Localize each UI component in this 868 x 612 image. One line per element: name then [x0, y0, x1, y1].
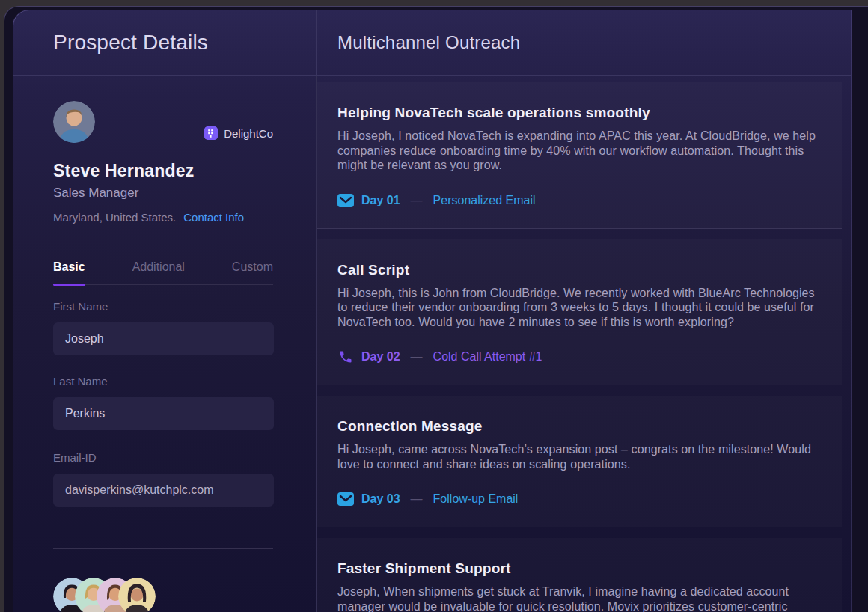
day-badge: Day 03	[361, 492, 400, 506]
last-name-field[interactable]	[53, 397, 274, 430]
day-badge: Day 02	[361, 350, 400, 364]
separator-dash: —	[411, 350, 423, 364]
tab-custom[interactable]: Custom	[232, 251, 273, 284]
tab-additional[interactable]: Additional	[132, 251, 185, 284]
panel-header: Prospect Details Multichannel Outreach	[13, 10, 851, 76]
channel-link[interactable]: Follow-up Email	[433, 492, 519, 506]
first-name-label: First Name	[53, 300, 273, 313]
outreach-card-day-02: Call Script Hi Joseph, this is John from…	[317, 239, 842, 386]
card-title: Connection Message	[337, 418, 823, 435]
person-photo-icon	[53, 101, 95, 143]
first-name-field[interactable]	[53, 322, 274, 355]
app-window: Prospect Details Multichannel Outreach	[0, 0, 868, 612]
profile-row: DelightCo	[53, 101, 273, 143]
divider	[53, 548, 273, 549]
email-field[interactable]	[53, 474, 274, 507]
detail-tabs: Basic Additional Custom	[53, 251, 273, 285]
panel-body: DelightCo Steve Hernandez Sales Manager …	[13, 76, 851, 612]
separator-dash: —	[411, 194, 423, 207]
company-name: DelightCo	[224, 127, 273, 140]
company-badge: DelightCo	[204, 126, 273, 140]
mail-icon	[337, 491, 354, 507]
main-panel: Prospect Details Multichannel Outreach	[13, 10, 852, 612]
outreach-card-day-03: Connection Message Hi Joseph, came acros…	[317, 396, 842, 527]
card-body: Joseph, When shipments get stuck at Tran…	[337, 584, 823, 612]
email-label: Email-ID	[53, 451, 273, 464]
mail-icon	[337, 192, 354, 209]
team-avatar	[118, 578, 156, 612]
card-footer: Day 03 — Follow-up Email	[337, 491, 823, 507]
outreach-card-day-01: Helping NovaTech scale operations smooth…	[317, 82, 842, 229]
card-footer: Day 01 — Personalized Email	[337, 192, 823, 209]
card-title: Call Script	[337, 262, 823, 278]
outreach-header: Multichannel Outreach	[317, 10, 851, 75]
contact-info-link[interactable]: Contact Info	[183, 211, 244, 224]
building-icon	[204, 126, 218, 140]
card-title: Faster Shipment Support	[337, 560, 823, 577]
prospect-avatar	[53, 101, 95, 143]
last-name-label: Last Name	[53, 375, 273, 388]
channel-link[interactable]: Cold Call Attempt #1	[433, 350, 542, 364]
outreach-card-4: Faster Shipment Support Joseph, When shi…	[317, 538, 842, 612]
prospect-role: Sales Manager	[53, 186, 273, 201]
tab-basic[interactable]: Basic	[53, 251, 85, 284]
team-avatars	[53, 578, 273, 612]
prospect-location: Maryland, United States.	[53, 211, 176, 224]
page-title: Prospect Details	[53, 31, 208, 55]
card-title: Helping NovaTech scale operations smooth…	[337, 105, 823, 121]
location-row: Maryland, United States. Contact Info	[53, 211, 273, 224]
section-title: Multichannel Outreach	[337, 32, 520, 53]
prospect-header: Prospect Details	[13, 10, 317, 75]
phone-icon	[337, 349, 354, 365]
card-body: Hi Joseph, I noticed NovaTech is expandi…	[337, 129, 823, 173]
outreach-panel: Helping NovaTech scale operations smooth…	[317, 76, 851, 612]
card-body: Hi Joseph, this is John from CloudBridge…	[337, 286, 823, 330]
card-body: Hi Joseph, came across NovaTech’s expans…	[337, 442, 823, 471]
channel-link[interactable]: Personalized Email	[433, 194, 536, 207]
prospect-details-panel: DelightCo Steve Hernandez Sales Manager …	[13, 76, 317, 612]
separator-dash: —	[411, 492, 423, 506]
prospect-name: Steve Hernandez	[53, 161, 273, 181]
card-footer: Day 02 — Cold Call Attempt #1	[337, 349, 823, 365]
day-badge: Day 01	[361, 194, 400, 207]
